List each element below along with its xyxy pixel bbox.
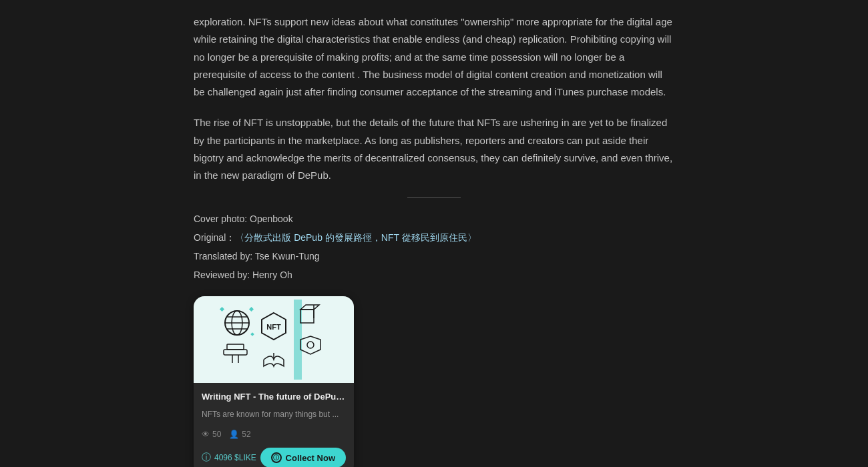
collector-icon: 👤 <box>229 428 239 441</box>
svg-rect-16 <box>224 350 247 355</box>
collector-count: 👤 52 <box>229 428 250 441</box>
svg-rect-7 <box>249 307 254 312</box>
eye-icon: 👁 <box>202 428 210 441</box>
svg-marker-12 <box>300 305 319 310</box>
nft-card-stats: 👁 50 👤 52 <box>202 428 346 441</box>
svg-text:NFT: NFT <box>266 323 281 331</box>
meta-section: Cover photo: Openbook Original：〈分散式出版 De… <box>194 211 674 283</box>
nft-card-actions: ⓘ 4096 $LIKE ⓘ Collect Now <box>202 448 346 467</box>
nft-card-title: Writing NFT - The future of DePub – ... <box>202 390 346 404</box>
nft-artwork: NFT <box>207 300 341 380</box>
view-number: 50 <box>212 428 221 441</box>
collector-number: 52 <box>242 428 250 441</box>
collect-btn-label: Collect Now <box>286 453 335 463</box>
original-article-link[interactable]: 〈分散式出版 DePub 的發展路徑，NFT 從移民到原住民〉 <box>235 232 476 243</box>
svg-rect-11 <box>300 310 314 323</box>
view-count: 👁 50 <box>202 428 221 441</box>
collect-now-button[interactable]: ⓘ Collect Now <box>260 448 346 467</box>
svg-marker-14 <box>300 336 320 354</box>
svg-rect-17 <box>227 344 244 350</box>
section-divider <box>407 197 461 198</box>
svg-rect-8 <box>250 333 254 337</box>
nft-card-image: NFT <box>194 296 354 383</box>
original-link: Original：〈分散式出版 DePub 的發展路徑，NFT 從移民到原住民〉 <box>194 230 674 246</box>
paragraph-1: exploration. NFTs support new ideas abou… <box>194 13 674 101</box>
nft-likes: ⓘ 4096 $LIKE <box>202 450 256 466</box>
svg-rect-6 <box>220 307 224 312</box>
like-coin-icon: ⓘ <box>202 450 211 466</box>
nft-card: NFT Writing NFT - The future of <box>194 296 354 467</box>
paragraph-2: The rise of NFT is unstoppable, but the … <box>194 114 674 184</box>
nft-card-body: Writing NFT - The future of DePub – ... … <box>194 383 354 467</box>
nft-card-description: NFTs are known for many things but ... <box>202 408 346 421</box>
collect-icon: ⓘ <box>271 452 282 463</box>
reviewed-by: Reviewed by: Henry Oh <box>194 268 674 284</box>
svg-point-15 <box>307 342 314 348</box>
translated-by: Translated by: Tse Kwun-Tung <box>194 249 674 265</box>
cover-photo-credit: Cover photo: Openbook <box>194 211 674 227</box>
article-body: exploration. NFTs support new ideas abou… <box>194 13 674 184</box>
like-amount: 4096 $LIKE <box>214 451 256 464</box>
